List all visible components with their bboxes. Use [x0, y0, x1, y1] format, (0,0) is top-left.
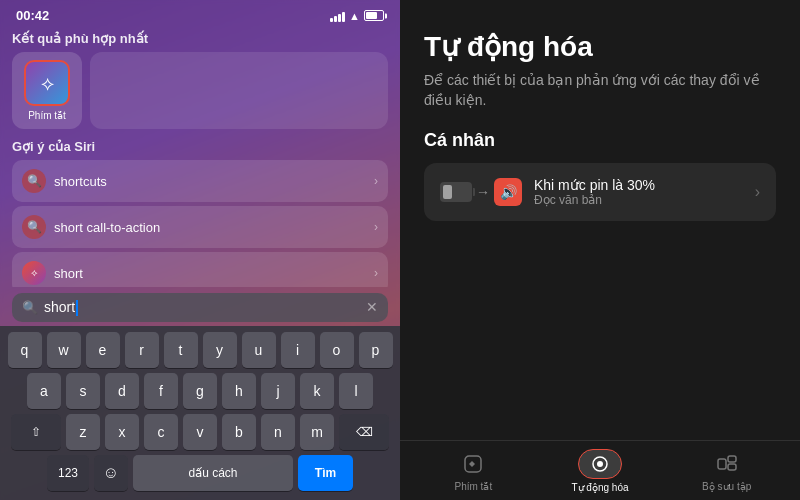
key-o[interactable]: o	[320, 332, 354, 368]
signal-icon	[330, 10, 345, 22]
key-g[interactable]: g	[183, 373, 217, 409]
search-icon: 🔍	[22, 300, 38, 315]
time-display: 00:42	[16, 8, 49, 23]
top-result-container: ⟡ Phím tắt	[12, 52, 388, 129]
keyboard-row-4: 123 ☺ dấu cách Tìm	[4, 455, 396, 491]
search-bar[interactable]: 🔍 short ✕	[12, 293, 388, 322]
key-j[interactable]: j	[261, 373, 295, 409]
key-e[interactable]: e	[86, 332, 120, 368]
key-shift[interactable]: ⇧	[11, 414, 61, 450]
siri-app-icon: ⟡	[22, 261, 46, 285]
keyboard: q w e r t y u i o p a s d f g h j k l	[0, 326, 400, 500]
automation-icons: → 🔊	[440, 178, 522, 206]
keyboard-row-2: a s d f g h j k l	[4, 373, 396, 409]
siri-item-call-to-action[interactable]: 🔍 short call-to-action ›	[12, 206, 388, 248]
key-x[interactable]: x	[105, 414, 139, 450]
automation-desc: Đọc văn bản	[534, 193, 743, 207]
siri-text-2: short call-to-action	[54, 220, 160, 235]
key-z[interactable]: z	[66, 414, 100, 450]
tab-phimtat[interactable]: Phím tắt	[410, 450, 537, 492]
key-d[interactable]: d	[105, 373, 139, 409]
chevron-icon-1: ›	[374, 174, 378, 188]
siri-text-1: shortcuts	[54, 174, 107, 189]
key-search[interactable]: Tìm	[298, 455, 353, 491]
status-bar: 00:42 ▲	[0, 0, 400, 27]
tab-automation[interactable]: Tự động hóa	[537, 449, 664, 493]
key-v[interactable]: v	[183, 414, 217, 450]
automation-title: Khi mức pin là 30%	[534, 177, 743, 193]
tab-shortcuts-icon-wrap	[459, 450, 487, 478]
tab-shortcuts-label: Phím tắt	[454, 481, 492, 492]
top-result-info	[90, 52, 388, 129]
key-q[interactable]: q	[8, 332, 42, 368]
svg-point-2	[597, 461, 603, 467]
key-r[interactable]: r	[125, 332, 159, 368]
tab-automation-icon-wrap	[578, 449, 622, 479]
key-u[interactable]: u	[242, 332, 276, 368]
right-content: Tự động hóa Để các thiết bị của bạn phản…	[400, 0, 800, 440]
automation-tab-icon	[591, 455, 609, 473]
tab-gallery-label: Bộ sưu tập	[702, 481, 751, 492]
key-c[interactable]: c	[144, 414, 178, 450]
key-123[interactable]: 123	[47, 455, 89, 491]
key-s[interactable]: s	[66, 373, 100, 409]
key-l[interactable]: l	[339, 373, 373, 409]
key-y[interactable]: y	[203, 332, 237, 368]
left-content: 00:42 ▲ Kết quả phù hợp nhất	[0, 0, 400, 500]
automation-info: Khi mức pin là 30% Đọc văn bản	[534, 177, 743, 207]
svg-rect-5	[728, 464, 736, 470]
tab-gallery-icon-wrap	[713, 450, 741, 478]
tab-automation-label: Tự động hóa	[571, 482, 628, 493]
status-icons: ▲	[330, 10, 384, 22]
key-i[interactable]: i	[281, 332, 315, 368]
key-k[interactable]: k	[300, 373, 334, 409]
section-personal-label: Cá nhân	[424, 130, 776, 151]
svg-rect-3	[718, 459, 726, 469]
speaker-icon: 🔊	[494, 178, 522, 206]
key-p[interactable]: p	[359, 332, 393, 368]
search-input-text[interactable]: short	[44, 299, 360, 316]
siri-search-icon-2: 🔍	[22, 215, 46, 239]
key-h[interactable]: h	[222, 373, 256, 409]
key-m[interactable]: m	[300, 414, 334, 450]
page-subtitle: Để các thiết bị của bạn phản ứng với các…	[424, 71, 776, 110]
key-w[interactable]: w	[47, 332, 81, 368]
siri-item-shortcuts[interactable]: 🔍 shortcuts ›	[12, 160, 388, 202]
siri-text-3: short	[54, 266, 83, 281]
top-result-app[interactable]: ⟡ Phím tắt	[12, 52, 82, 129]
key-delete[interactable]: ⌫	[339, 414, 389, 450]
chevron-icon-3: ›	[374, 266, 378, 280]
wifi-icon: ▲	[349, 10, 360, 22]
svg-rect-4	[728, 456, 736, 462]
keyboard-row-3: ⇧ z x c v b n m ⌫	[4, 414, 396, 450]
shortcuts-app-icon: ⟡	[24, 60, 70, 106]
gallery-tab-icon	[716, 453, 738, 475]
text-cursor	[76, 300, 78, 316]
siri-item-short[interactable]: ⟡ short ›	[12, 252, 388, 287]
keyboard-row-1: q w e r t y u i o p	[4, 332, 396, 368]
siri-search-icon-1: 🔍	[22, 169, 46, 193]
battery-icon	[364, 10, 384, 21]
automation-card[interactable]: → 🔊 Khi mức pin là 30% Đọc văn bản ›	[424, 163, 776, 221]
search-input-area: 🔍 short ✕	[0, 287, 400, 326]
key-t[interactable]: t	[164, 332, 198, 368]
battery-status-icon	[440, 182, 472, 202]
tab-bar: Phím tắt Tự động hóa Bộ sưu tập	[400, 440, 800, 500]
siri-section: Gợi ý của Siri 🔍 shortcuts › 🔍 short cal…	[12, 139, 388, 287]
clear-icon[interactable]: ✕	[366, 299, 378, 315]
key-emoji[interactable]: ☺	[94, 455, 128, 491]
search-results: Kết quả phù hợp nhất ⟡ Phím tắt Gợi ý củ…	[0, 27, 400, 287]
key-f[interactable]: f	[144, 373, 178, 409]
shortcuts-tab-icon	[462, 453, 484, 475]
tab-gallery[interactable]: Bộ sưu tập	[663, 450, 790, 492]
left-panel: 00:42 ▲ Kết quả phù hợp nhất	[0, 0, 400, 500]
top-result-label: Kết quả phù hợp nhất	[12, 31, 388, 46]
siri-label: Gợi ý của Siri	[12, 139, 388, 154]
top-app-label: Phím tắt	[28, 110, 66, 121]
key-n[interactable]: n	[261, 414, 295, 450]
key-a[interactable]: a	[27, 373, 61, 409]
right-panel: Tự động hóa Để các thiết bị của bạn phản…	[400, 0, 800, 500]
key-b[interactable]: b	[222, 414, 256, 450]
key-space[interactable]: dấu cách	[133, 455, 293, 491]
chevron-icon-2: ›	[374, 220, 378, 234]
